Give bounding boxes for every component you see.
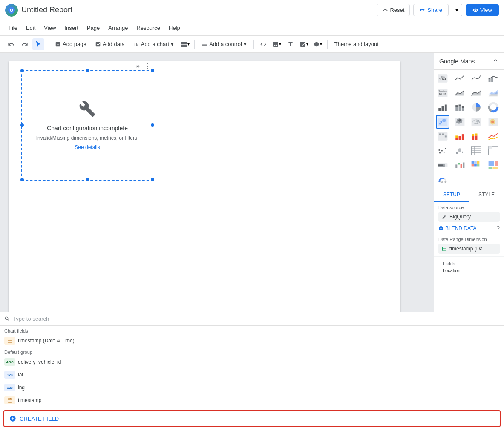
undo-button[interactable] [5, 38, 17, 50]
data-source-value[interactable]: BigQuery ... [438, 212, 500, 222]
svg-point-35 [491, 121, 494, 123]
svg-rect-78 [488, 161, 494, 166]
chart-see-details[interactable]: See details [75, 144, 100, 150]
chart-grid-button[interactable]: ▾ [179, 38, 191, 50]
share-button[interactable]: Share [413, 4, 449, 16]
data-source-label: Data source [438, 205, 500, 210]
field-timestamp[interactable]: timestamp [434, 394, 504, 407]
theme-layout-button[interactable]: Theme and layout [331, 39, 382, 49]
setup-tab[interactable]: SETUP [434, 188, 469, 202]
text-button[interactable] [285, 38, 297, 50]
chart-type-scorecard[interactable]: Total1,168 [436, 72, 449, 85]
help-icon[interactable]: ? [496, 225, 500, 232]
chart-type-smooth-line[interactable] [469, 72, 483, 85]
chart-type-treemap[interactable] [487, 158, 500, 172]
code-button[interactable] [257, 38, 269, 50]
svg-text:69.3K: 69.3K [439, 92, 447, 95]
resize-handle-tc[interactable] [86, 69, 89, 72]
chart-type-table[interactable] [469, 144, 483, 158]
svg-rect-8 [491, 77, 493, 82]
panel-collapse-button[interactable] [492, 57, 499, 65]
data-source-section: Data source BigQuery ... BLEND DATA ? [434, 202, 504, 235]
chart-type-geo-bubble[interactable] [469, 115, 483, 129]
line-button[interactable]: ▾ [298, 38, 310, 50]
chart-content: Chart configuration incomplete Invalid/M… [22, 71, 153, 180]
add-page-button[interactable]: Add page [52, 39, 90, 49]
chart-pin-icon[interactable]: ✴ [135, 63, 141, 70]
blend-data-button[interactable]: BLEND DATA [438, 224, 477, 233]
chart-type-stacked-bar[interactable] [453, 101, 467, 114]
svg-rect-12 [438, 108, 441, 111]
main-area: ✴ ⋮ Chart configuration incomplete Inval… [0, 53, 504, 448]
view-button[interactable]: View [466, 4, 499, 16]
date-range-value[interactable]: timestamp (Da... [438, 244, 500, 254]
chart-type-bar[interactable] [436, 101, 449, 114]
svg-rect-62 [488, 146, 492, 149]
chart-type-donut[interactable] [487, 101, 500, 114]
resize-handle-tl[interactable] [20, 69, 24, 72]
chart-menu-icon[interactable]: ⋮ [144, 62, 151, 70]
menu-file[interactable]: File [5, 23, 21, 33]
image-button[interactable]: ▾ [271, 38, 283, 50]
chart-type-area[interactable] [453, 86, 467, 100]
search-input[interactable] [434, 316, 500, 322]
chart-type-heatmap[interactable] [469, 158, 483, 172]
chart-type-choropleth[interactable] [453, 115, 467, 129]
chart-type-gauge[interactable]: 201.7K [436, 173, 449, 187]
create-field-button[interactable]: CREATE FIELD [434, 410, 501, 427]
search-box [434, 312, 504, 326]
chart-type-sessions[interactable]: Sessions69.3K [436, 86, 449, 100]
chart-type-bullet[interactable] [436, 158, 449, 172]
menu-help[interactable]: Help [165, 23, 184, 33]
resize-handle-bc[interactable] [86, 178, 89, 181]
chart-field-timestamp[interactable]: timestamp (Date & Time) [434, 334, 504, 347]
svg-rect-44 [472, 136, 474, 140]
chart-type-pie[interactable] [469, 101, 483, 114]
top-bar: Untitled Report Reset Share ▾ View [0, 0, 504, 20]
resize-handle-bl[interactable] [20, 178, 24, 181]
reset-button[interactable]: Reset [377, 4, 410, 16]
chart-type-combo[interactable] [487, 72, 500, 85]
svg-rect-67 [438, 164, 443, 166]
chart-type-scatter[interactable] [436, 144, 449, 158]
redo-button[interactable] [19, 38, 31, 50]
chart-type-waterfall[interactable] [453, 158, 467, 172]
menu-page[interactable]: Page [84, 23, 103, 33]
chart-type-line[interactable] [453, 72, 467, 85]
add-control-button[interactable]: Add a control ▾ [198, 39, 250, 49]
resize-handle-br[interactable] [151, 178, 154, 181]
field-lng[interactable]: 123 lng [434, 381, 504, 394]
chart-type-heatmap-map[interactable] [487, 115, 500, 129]
menu-view[interactable]: View [40, 23, 59, 33]
chart-type-bubble-map[interactable] [436, 115, 449, 129]
resize-handle-ml[interactable] [20, 123, 24, 127]
chart-type-multi-area[interactable] [487, 86, 500, 100]
svg-rect-83 [443, 247, 446, 251]
menu-insert[interactable]: Insert [61, 23, 82, 33]
add-chart-button[interactable]: Add a chart ▾ [130, 39, 178, 49]
add-data-button[interactable]: Add data [92, 39, 128, 49]
chart-type-bubble[interactable] [453, 144, 467, 158]
menu-resource[interactable]: Resource [133, 23, 164, 33]
svg-rect-68 [455, 164, 457, 168]
svg-rect-45 [472, 134, 474, 136]
style-tab[interactable]: STYLE [469, 188, 504, 202]
select-tool[interactable] [32, 38, 44, 50]
chart-type-combo-line[interactable] [487, 129, 500, 143]
chart-type-grid-map[interactable] [436, 129, 449, 143]
chart-type-pivot[interactable] [487, 144, 500, 158]
svg-point-54 [458, 148, 461, 152]
shape-button[interactable]: ▾ [312, 38, 324, 50]
panel-header: Google Maps [434, 53, 504, 70]
field-delivery-vehicle[interactable]: ABC delivery_vehicle_id [434, 356, 504, 368]
chart-type-smooth-area[interactable] [469, 86, 483, 100]
resize-handle-tr[interactable] [151, 69, 154, 72]
chart-widget[interactable]: ✴ ⋮ Chart configuration incomplete Inval… [21, 70, 153, 181]
menu-arrange[interactable]: Arrange [105, 23, 131, 33]
field-lat[interactable]: 123 lat [434, 368, 504, 381]
share-dropdown-button[interactable]: ▾ [452, 4, 462, 16]
menu-edit[interactable]: Edit [23, 23, 39, 33]
chart-type-bar-chart2[interactable] [453, 129, 467, 143]
resize-handle-mr[interactable] [151, 123, 154, 127]
chart-type-stacked-bar2[interactable] [469, 129, 483, 143]
